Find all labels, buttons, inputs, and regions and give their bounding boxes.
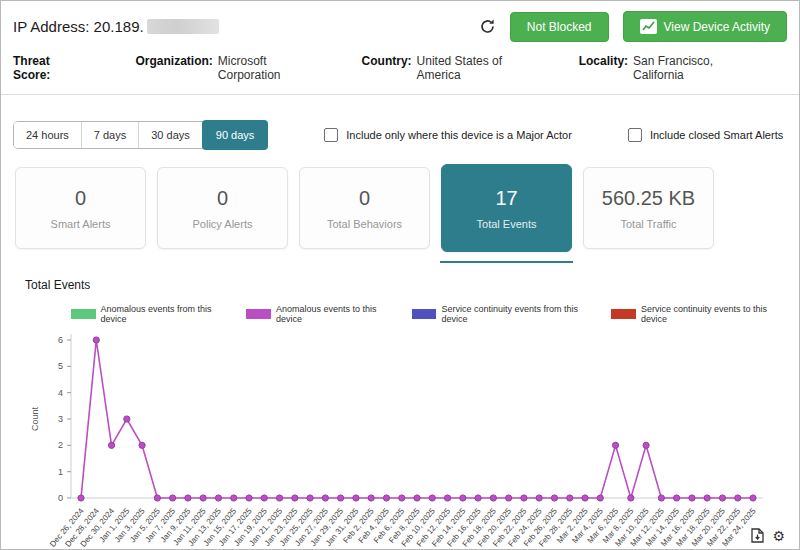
redacted-ip-segment (147, 19, 219, 34)
closed-smart-alerts-filter: Include closed Smart Alerts (628, 128, 783, 142)
time-range-24-hours[interactable]: 24 hours (14, 122, 82, 148)
svg-text:4: 4 (58, 388, 63, 398)
policy-alerts-label: Policy Alerts (193, 218, 253, 230)
total-behaviors-value: 0 (359, 187, 370, 210)
export-report-icon[interactable] (751, 528, 764, 543)
organization-label: Organization: (135, 54, 212, 68)
chart-legend: Anomalous events from this device Anomal… (71, 304, 787, 324)
stat-card-total-traffic[interactable]: 560.25 KB Total Traffic (583, 167, 714, 249)
total-events-label: Total Events (477, 218, 537, 230)
stat-card-total-behaviors[interactable]: 0 Total Behaviors (299, 167, 430, 249)
ip-address-value: 20.189. (94, 18, 144, 35)
total-events-line-chart: 0123456CountDec 26, 2024Dec 28, 2024Dec … (25, 326, 785, 550)
major-actor-filter: Include only where this device is a Majo… (324, 128, 572, 142)
time-range-90-days[interactable]: 90 days (202, 120, 269, 150)
chart-title: Total Events (25, 278, 787, 292)
svg-text:6: 6 (58, 335, 63, 345)
chart-actions: ⚙ (751, 528, 785, 543)
country-field: Country: United States of America (362, 54, 531, 82)
total-traffic-label: Total Traffic (620, 218, 676, 230)
legend-service-continuity-from-device[interactable]: Service continuity events from this devi… (412, 304, 598, 324)
closed-smart-alerts-checkbox-label: Include closed Smart Alerts (650, 129, 783, 141)
header-bar: IP Address: 20.189. Not Blocked (1, 1, 799, 48)
organization-value: Microsoft Corporation (218, 54, 314, 82)
stat-card-total-events[interactable]: 17 Total Events (441, 164, 572, 252)
locality-label: Locality: (579, 54, 628, 68)
stat-card-smart-alerts[interactable]: 0 Smart Alerts (15, 167, 146, 249)
total-behaviors-label: Total Behaviors (327, 218, 402, 230)
total-events-chart-section: Total Events Anomalous events from this … (25, 278, 787, 550)
ip-address-label: IP Address: (13, 18, 89, 35)
not-blocked-button[interactable]: Not Blocked (510, 12, 609, 42)
stat-cards-row: 0 Smart Alerts 0 Policy Alerts 0 Total B… (15, 167, 787, 252)
major-actor-checkbox[interactable] (324, 128, 338, 142)
svg-text:0: 0 (58, 493, 63, 503)
country-label: Country: (362, 54, 412, 68)
policy-alerts-value: 0 (217, 187, 228, 210)
view-device-activity-label: View Device Activity (664, 20, 770, 34)
legend-swatch-red (611, 309, 636, 319)
activity-chart-icon (640, 19, 657, 34)
major-actor-checkbox-label: Include only where this device is a Majo… (346, 129, 572, 141)
device-details-row: Threat Score: Organization: Microsoft Co… (1, 48, 799, 95)
closed-smart-alerts-checkbox[interactable] (628, 128, 642, 142)
page-title: IP Address: 20.189. (13, 18, 219, 35)
svg-text:2: 2 (58, 440, 63, 450)
header-actions: Not Blocked View Device Activity (479, 11, 787, 42)
locality-value: San Francisco, California (633, 54, 749, 82)
refresh-icon[interactable] (479, 18, 496, 35)
legend-service-continuity-to-device[interactable]: Service continuity events to this device (611, 304, 787, 324)
country-value: United States of America (417, 54, 531, 82)
filter-row: 24 hours 7 days 30 days 90 days Include … (13, 121, 787, 149)
total-events-value: 17 (495, 187, 517, 210)
time-range-selector: 24 hours 7 days 30 days 90 days (13, 121, 268, 149)
organization-field: Organization: Microsoft Corporation (135, 54, 313, 82)
not-blocked-label: Not Blocked (527, 20, 592, 34)
smart-alerts-value: 0 (75, 187, 86, 210)
legend-swatch-green (71, 309, 96, 319)
svg-text:Count: Count (30, 407, 40, 432)
svg-text:5: 5 (58, 361, 63, 371)
locality-field: Locality: San Francisco, California (579, 54, 749, 82)
legend-anomalous-from-device[interactable]: Anomalous events from this device (71, 304, 232, 324)
time-range-7-days[interactable]: 7 days (82, 122, 139, 148)
svg-text:1: 1 (58, 467, 63, 477)
threat-score-label: Threat Score: (13, 54, 82, 82)
smart-alerts-label: Smart Alerts (51, 218, 111, 230)
stat-card-policy-alerts[interactable]: 0 Policy Alerts (157, 167, 288, 249)
time-range-30-days[interactable]: 30 days (139, 122, 203, 148)
settings-gear-icon[interactable]: ⚙ (772, 529, 785, 543)
device-summary-panel: IP Address: 20.189. Not Blocked (0, 0, 800, 550)
svg-text:3: 3 (58, 414, 63, 424)
legend-swatch-magenta (246, 309, 271, 319)
legend-swatch-blue (412, 309, 437, 319)
legend-anomalous-to-device[interactable]: Anomalous events to this device (246, 304, 397, 324)
view-device-activity-button[interactable]: View Device Activity (623, 11, 787, 42)
threat-score-field: Threat Score: (13, 54, 87, 82)
total-traffic-value: 560.25 KB (602, 187, 695, 210)
